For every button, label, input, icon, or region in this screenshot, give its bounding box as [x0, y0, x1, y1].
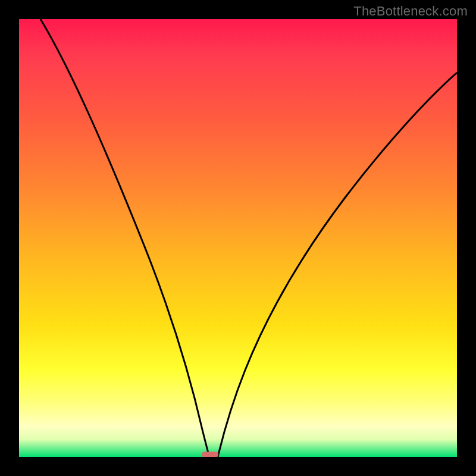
watermark-text: TheBottleneck.com: [353, 4, 468, 19]
bottleneck-curve: [19, 19, 457, 457]
plot-area: [19, 19, 457, 457]
chart-frame: TheBottleneck.com: [0, 0, 476, 476]
optimal-marker: [202, 452, 218, 457]
